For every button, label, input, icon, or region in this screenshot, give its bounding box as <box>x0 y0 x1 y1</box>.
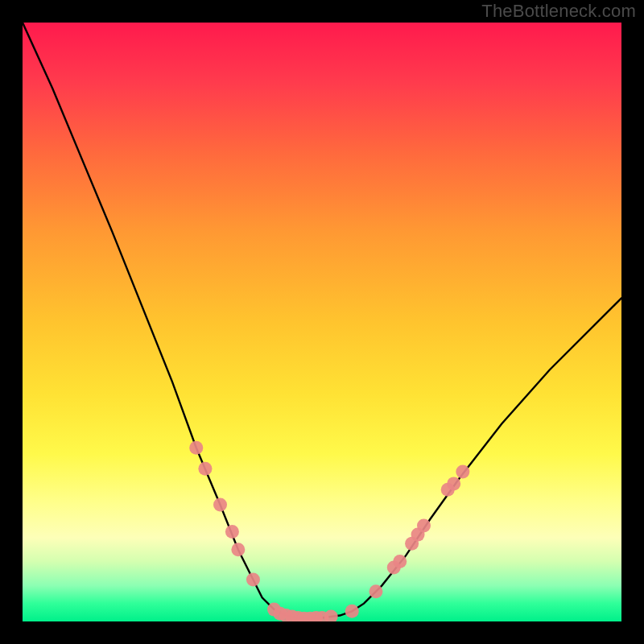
chart-plot-area <box>23 23 621 621</box>
watermark-text: TheBottleneck.com <box>481 1 636 22</box>
data-marker <box>189 441 203 455</box>
data-marker <box>393 555 407 568</box>
bottleneck-curve <box>23 23 621 618</box>
data-marker <box>447 477 460 490</box>
marker-series <box>189 441 469 621</box>
data-marker <box>198 462 212 476</box>
data-marker <box>417 518 431 532</box>
data-marker <box>246 572 260 586</box>
chart-frame: TheBottleneck.com <box>0 0 644 644</box>
curve-series <box>23 23 621 618</box>
data-marker <box>225 525 239 539</box>
data-marker <box>324 610 338 621</box>
data-marker <box>456 465 469 479</box>
chart-svg <box>23 23 621 621</box>
data-marker <box>345 605 359 618</box>
data-marker <box>369 584 382 598</box>
data-marker <box>213 497 227 511</box>
data-marker <box>231 543 245 556</box>
